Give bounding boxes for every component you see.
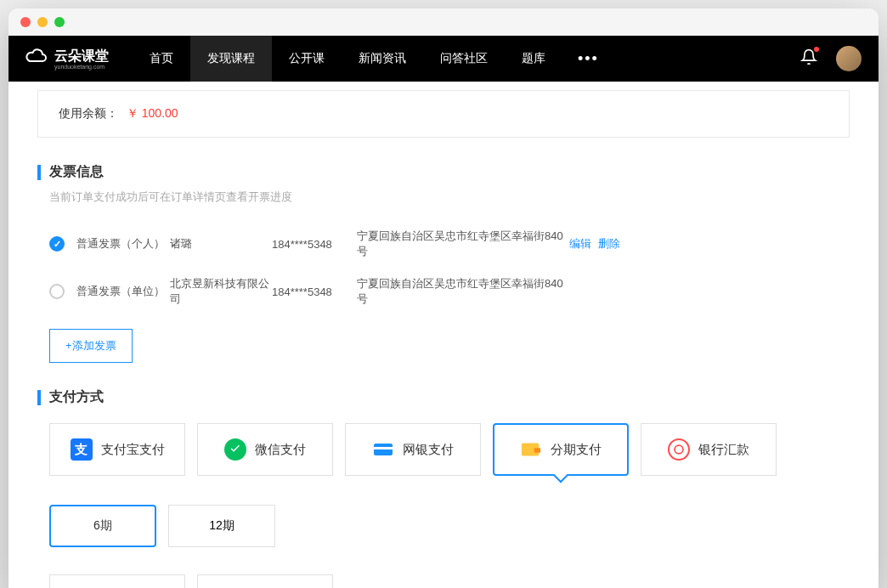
- alipay-icon: 支: [71, 438, 93, 461]
- transfer-options: 支付宝个人转账微信个人转账: [49, 574, 850, 588]
- window-titlebar: [8, 8, 879, 36]
- installment-options: 6期12期: [49, 505, 850, 547]
- close-window-button[interactable]: [20, 17, 31, 27]
- payment-method-label: 网银支付: [403, 442, 454, 458]
- invoice-phone: 184****5348: [272, 238, 357, 251]
- app-window: 云朵课堂 yunduoketang.com 首页发现课程公开课新闻资讯问答社区题…: [8, 8, 879, 588]
- invoice-list: 普通发票（个人）诸璐184****5348宁夏回族自治区吴忠市红寺堡区幸福街84…: [49, 220, 850, 315]
- payment-section-title: 支付方式: [37, 388, 850, 406]
- installment-option[interactable]: 12期: [168, 505, 275, 547]
- invoice-row: 普通发票（个人）诸璐184****5348宁夏回族自治区吴忠市红寺堡区幸福街84…: [49, 220, 850, 268]
- invoice-type: 普通发票（单位）: [76, 284, 170, 299]
- invoice-phone: 184****5348: [272, 286, 357, 298]
- invoice-name: 北京昱新科技有限公司: [170, 276, 272, 307]
- invoice-addr: 宁夏回族自治区吴忠市红寺堡区幸福街840号: [357, 229, 569, 259]
- nav-item-5[interactable]: 题库: [505, 36, 562, 82]
- user-avatar[interactable]: [836, 46, 862, 71]
- svg-rect-1: [374, 447, 393, 449]
- invoice-addr: 宁夏回族自治区吴忠市红寺堡区幸福街840号: [357, 276, 569, 307]
- bank-icon: [372, 438, 394, 461]
- wallet-icon: [520, 438, 542, 461]
- transfer-option[interactable]: 支付宝个人转账: [49, 574, 185, 588]
- payment-method-wechat[interactable]: 微信支付: [197, 423, 333, 476]
- nav-item-3[interactable]: 新闻资讯: [342, 36, 423, 82]
- nav-item-2[interactable]: 公开课: [272, 36, 342, 82]
- payment-method-label: 微信支付: [255, 442, 306, 458]
- brand-sub: yunduoketang.com: [54, 64, 109, 70]
- nav-item-0[interactable]: 首页: [133, 36, 190, 82]
- notification-bell-icon[interactable]: [800, 48, 817, 69]
- installment-option[interactable]: 6期: [49, 505, 156, 547]
- invoice-radio[interactable]: [49, 284, 65, 299]
- balance-box: 使用余额： ￥ 100.00: [37, 90, 850, 138]
- wechat-icon: [224, 438, 246, 461]
- payment-method-bank[interactable]: 网银支付: [345, 423, 481, 476]
- balance-amount: ￥ 100.00: [127, 106, 178, 120]
- payment-method-wallet[interactable]: 分期支付: [493, 423, 629, 476]
- nav-item-1[interactable]: 发现课程: [190, 36, 272, 82]
- payment-method-label: 支付宝支付: [101, 442, 165, 458]
- payment-method-alipay[interactable]: 支支付宝支付: [49, 423, 185, 476]
- main-content: 使用余额： ￥ 100.00 发票信息 当前订单支付成功后可在订单详情页查看开票…: [8, 82, 879, 588]
- invoice-radio[interactable]: [49, 236, 65, 252]
- payment-methods: 支支付宝支付微信支付网银支付分期支付银行汇款: [49, 423, 850, 476]
- payment-method-label: 银行汇款: [698, 442, 749, 458]
- payment-method-label: 分期支付: [551, 442, 602, 458]
- invoice-row: 普通发票（单位）北京昱新科技有限公司184****5348宁夏回族自治区吴忠市红…: [49, 268, 850, 315]
- brand-name: 云朵课堂: [54, 48, 109, 63]
- svg-rect-3: [534, 448, 540, 453]
- top-nav: 云朵课堂 yunduoketang.com 首页发现课程公开课新闻资讯问答社区题…: [8, 36, 879, 82]
- nav-item-4[interactable]: 问答社区: [423, 36, 505, 82]
- nav-more-button[interactable]: •••: [562, 50, 614, 68]
- cloud-icon: [25, 48, 49, 70]
- invoice-delete-button[interactable]: 删除: [598, 237, 620, 250]
- brand-logo[interactable]: 云朵课堂 yunduoketang.com: [25, 48, 109, 70]
- balance-label: 使用余额：: [59, 106, 118, 120]
- notification-dot: [814, 47, 819, 52]
- invoice-name: 诸璐: [170, 236, 272, 252]
- minimize-window-button[interactable]: [37, 17, 48, 27]
- add-invoice-button[interactable]: +添加发票: [49, 329, 133, 363]
- invoice-section-title: 发票信息: [37, 163, 850, 181]
- payment-method-remit[interactable]: 银行汇款: [641, 423, 777, 476]
- invoice-type: 普通发票（个人）: [76, 236, 170, 252]
- invoice-section-sub: 当前订单支付成功后可在订单详情页查看开票进度: [49, 189, 850, 205]
- maximize-window-button[interactable]: [54, 17, 65, 27]
- transfer-option[interactable]: 微信个人转账: [197, 574, 333, 588]
- remit-icon: [668, 438, 690, 461]
- invoice-edit-button[interactable]: 编辑: [569, 237, 591, 250]
